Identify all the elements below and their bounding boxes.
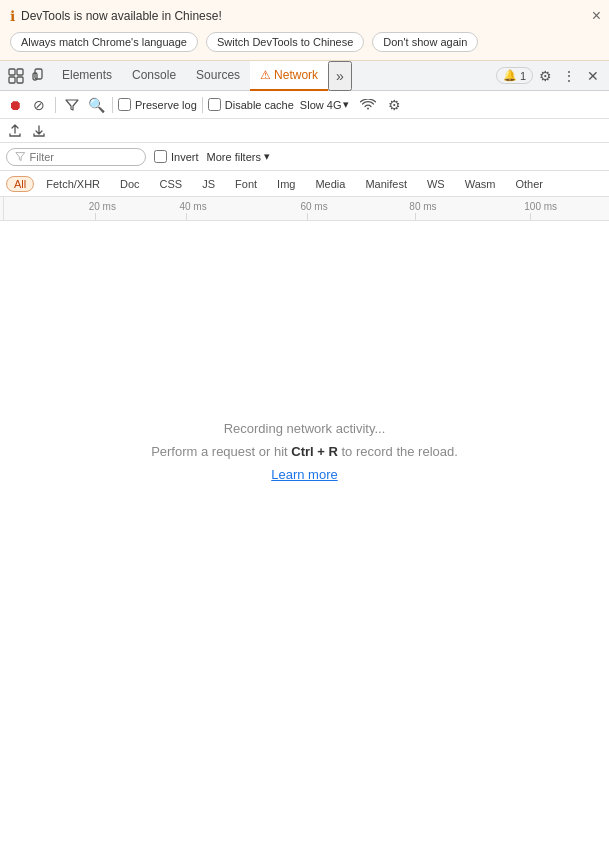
filter-row: Invert More filters ▾ xyxy=(0,143,609,171)
type-filter-all[interactable]: All xyxy=(6,176,34,192)
search-button[interactable]: 🔍 xyxy=(85,94,107,116)
tab-console[interactable]: Console xyxy=(122,61,186,91)
filter-input[interactable] xyxy=(30,151,137,163)
tab-elements[interactable]: Elements xyxy=(52,61,122,91)
clear-button[interactable]: ⊘ xyxy=(28,94,50,116)
svg-rect-1 xyxy=(17,69,23,75)
perform-text: Perform a request or hit Ctrl + R to rec… xyxy=(151,444,458,459)
preserve-log-label[interactable]: Preserve log xyxy=(118,98,197,111)
type-filter-manifest[interactable]: Manifest xyxy=(357,176,415,192)
switch-devtools-button[interactable]: Switch DevTools to Chinese xyxy=(206,32,364,52)
timeline-header: 20 ms40 ms60 ms80 ms100 ms xyxy=(0,197,609,221)
perform-text-after: to record the reload. xyxy=(338,444,458,459)
type-filter-js[interactable]: JS xyxy=(194,176,223,192)
type-filter-media[interactable]: Media xyxy=(307,176,353,192)
throttle-chevron-icon: ▾ xyxy=(343,98,349,111)
tab-network[interactable]: ⚠ Network xyxy=(250,61,328,91)
badge-count: 1 xyxy=(520,70,526,82)
svg-rect-3 xyxy=(17,77,23,83)
svg-rect-4 xyxy=(35,69,42,79)
device-toggle-button[interactable] xyxy=(28,64,52,88)
notification-title: ℹ DevTools is now available in Chinese! xyxy=(10,8,599,24)
preserve-log-checkbox[interactable] xyxy=(118,98,131,111)
disable-cache-label[interactable]: Disable cache xyxy=(208,98,294,111)
notification-bar: ℹ DevTools is now available in Chinese! … xyxy=(0,0,609,61)
toolbar-divider-2 xyxy=(112,97,113,113)
devtools-tab-bar: Elements Console Sources ⚠ Network » 🔔 1… xyxy=(0,61,609,91)
inspect-icon-button[interactable] xyxy=(4,64,28,88)
more-tabs-button[interactable]: » xyxy=(328,61,352,91)
type-filter-doc[interactable]: Doc xyxy=(112,176,148,192)
type-filter-other[interactable]: Other xyxy=(507,176,551,192)
wifi-icon-button[interactable] xyxy=(357,94,379,116)
more-filters-button[interactable]: More filters ▾ xyxy=(207,150,270,163)
close-notification-button[interactable]: × xyxy=(592,8,601,24)
info-icon: ℹ xyxy=(10,8,15,24)
upload-button[interactable] xyxy=(4,120,26,142)
network-content-area: Recording network activity... Perform a … xyxy=(0,221,609,681)
invert-checkbox[interactable] xyxy=(154,150,167,163)
timeline-ticks: 20 ms40 ms60 ms80 ms100 ms xyxy=(4,197,609,220)
more-filters-chevron-icon: ▾ xyxy=(264,150,270,163)
type-filter-wasm[interactable]: Wasm xyxy=(457,176,504,192)
notification-message: DevTools is now available in Chinese! xyxy=(21,9,222,23)
warning-icon: ⚠ xyxy=(260,68,271,82)
type-filter-css[interactable]: CSS xyxy=(152,176,191,192)
filter-funnel-icon xyxy=(15,151,26,163)
close-devtools-button[interactable]: ✕ xyxy=(581,64,605,88)
always-match-button[interactable]: Always match Chrome's language xyxy=(10,32,198,52)
record-button[interactable]: ⏺ xyxy=(4,94,26,116)
download-button[interactable] xyxy=(28,120,50,142)
filter-input-wrap[interactable] xyxy=(6,148,146,166)
notification-badge[interactable]: 🔔 1 xyxy=(496,67,533,84)
dont-show-again-button[interactable]: Don't show again xyxy=(372,32,478,52)
network-toolbar-row1: ⏺ ⊘ 🔍 Preserve log Disable cache Slow 4G… xyxy=(0,91,609,119)
type-filter-ws[interactable]: WS xyxy=(419,176,453,192)
network-settings-button[interactable]: ⚙ xyxy=(383,94,405,116)
type-filter-font[interactable]: Font xyxy=(227,176,265,192)
settings-button[interactable]: ⚙ xyxy=(533,64,557,88)
disable-cache-checkbox[interactable] xyxy=(208,98,221,111)
learn-more-link[interactable]: Learn more xyxy=(271,467,337,482)
svg-rect-2 xyxy=(9,77,15,83)
tab-sources[interactable]: Sources xyxy=(186,61,250,91)
type-filter-img[interactable]: Img xyxy=(269,176,303,192)
svg-rect-0 xyxy=(9,69,15,75)
toolbar-divider-3 xyxy=(202,97,203,113)
type-filter-row: AllFetch/XHRDocCSSJSFontImgMediaManifest… xyxy=(0,171,609,197)
perform-text-before: Perform a request or hit xyxy=(151,444,291,459)
network-toolbar-row2 xyxy=(0,119,609,143)
type-filter-fetch-xhr[interactable]: Fetch/XHR xyxy=(38,176,108,192)
recording-text: Recording network activity... xyxy=(224,421,386,436)
invert-label[interactable]: Invert xyxy=(154,150,199,163)
filter-button[interactable] xyxy=(61,94,83,116)
ctrl-r-kbd: Ctrl + R xyxy=(291,444,338,459)
notification-buttons: Always match Chrome's language Switch De… xyxy=(10,32,599,52)
throttle-select[interactable]: Slow 4G ▾ xyxy=(300,98,350,111)
toolbar-divider-1 xyxy=(55,97,56,113)
more-options-button[interactable]: ⋮ xyxy=(557,64,581,88)
badge-icon: 🔔 xyxy=(503,69,517,82)
